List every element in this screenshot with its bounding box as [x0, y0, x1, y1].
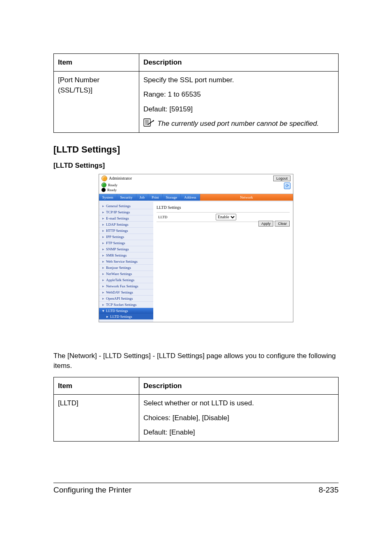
subsection-heading: [LLTD Settings] [53, 162, 339, 170]
tab-bar: System Security Job Print Storage Addres… [99, 194, 293, 201]
settings-sidebar: ▸General Settings ▸TCP/IP Settings ▸E-ma… [99, 202, 153, 322]
lltd-table: Item Description [LLTD] Select whether o… [53, 377, 339, 442]
section-heading: [LLTD Settings] [53, 144, 339, 155]
table2-desc-cell: Select whether or not LLTD is used. Choi… [139, 395, 338, 442]
toner-status-icon [101, 188, 106, 192]
table2-head-desc: Description [139, 377, 338, 395]
tab-storage[interactable]: Storage [163, 194, 181, 201]
sidebar-item-webdav[interactable]: ▸WebDAV Settings [99, 289, 153, 295]
sidebar-subitem-lltd[interactable]: ▸LLTD Settings [99, 314, 153, 319]
table-row: [LLTD] Select whether or not LLTD is use… [54, 395, 339, 442]
table-row: [Port Number (SSL/TLS)] Specify the SSL … [54, 71, 339, 132]
status-ready-1: Ready [108, 183, 118, 187]
footer-left: Configuring the Printer [53, 486, 131, 495]
sidebar-item-general[interactable]: ▸General Settings [99, 203, 153, 209]
body-paragraph: The [Network] - [LLTD Settings] - [LLTD … [53, 351, 339, 371]
table2-item-cell: [LLTD] [54, 395, 139, 442]
sidebar-item-snmp[interactable]: ▸SNMP Settings [99, 246, 153, 252]
table1-note-text: The currently used port number cannot be… [157, 118, 319, 129]
sidebar-item-netware[interactable]: ▸NetWare Settings [99, 271, 153, 277]
sidebar-item-appletalk[interactable]: ▸AppleTalk Settings [99, 277, 153, 283]
sidebar-item-webservice[interactable]: ▸Web Service Settings [99, 258, 153, 264]
admin-avatar-icon [101, 176, 107, 181]
table1-head-desc: Description [139, 54, 338, 72]
sidebar-item-ipp[interactable]: ▸IPP Settings [99, 234, 153, 240]
port-number-table: Item Description [Port Number (SSL/TLS)]… [53, 53, 339, 133]
sidebar-item-http[interactable]: ▸HTTP Settings [99, 227, 153, 234]
tab-address[interactable]: Address [181, 194, 200, 201]
table1-desc-cell: Specify the SSL port number. Range: 1 to… [139, 71, 338, 132]
table1-desc-p3: Default: [59159] [143, 104, 334, 115]
tab-security[interactable]: Security [117, 194, 136, 201]
sidebar-item-tcpsocket[interactable]: ▸TCP Socket Settings [99, 301, 153, 308]
table2-desc-p3: Default: [Enable] [143, 427, 334, 438]
sidebar-item-lltd[interactable]: ▾LLTD Settings [99, 308, 153, 314]
table1-desc-p1: Specify the SSL port number. [143, 75, 334, 86]
table1-desc-p2: Range: 1 to 65535 [143, 89, 334, 100]
lltd-settings-screenshot: Administrator Logout Ready Ready ⟳ Syste… [99, 174, 293, 322]
sidebar-item-bonjour[interactable]: ▸Bonjour Settings [99, 264, 153, 271]
tab-print[interactable]: Print [148, 194, 163, 201]
sidebar-item-ftp[interactable]: ▸FTP Settings [99, 240, 153, 246]
tab-system[interactable]: System [99, 194, 117, 201]
lltd-select[interactable]: Enable [216, 214, 236, 220]
lltd-field-label: LLTD [157, 215, 216, 219]
sidebar-item-tcpip[interactable]: ▸TCP/IP Settings [99, 209, 153, 215]
admin-label: Administrator [109, 176, 132, 180]
sidebar-item-netfax[interactable]: ▸Network Fax Settings [99, 283, 153, 289]
apply-button[interactable]: Apply [258, 221, 274, 227]
sidebar-item-openapi[interactable]: ▸OpenAPI Settings [99, 295, 153, 301]
svg-rect-0 [144, 119, 150, 126]
sidebar-item-smb[interactable]: ▸SMB Settings [99, 252, 153, 258]
note-icon [143, 118, 154, 127]
status-ready-2: Ready [107, 188, 117, 192]
table1-head-item: Item [54, 54, 139, 72]
table2-head-item: Item [54, 377, 139, 395]
table2-desc-p1: Select whether or not LLTD is used. [143, 398, 334, 409]
sidebar-item-email[interactable]: ▸E-mail Settings [99, 215, 153, 221]
content-panel-title: LLTD Settings [157, 205, 290, 210]
table2-desc-p2: Choices: [Enable], [Disable] [143, 413, 334, 423]
sidebar-item-ldap[interactable]: ▸LDAP Settings [99, 221, 153, 227]
footer-right: 8-235 [318, 486, 339, 495]
printer-status-icon [101, 183, 106, 187]
tab-job[interactable]: Job [136, 194, 149, 201]
logout-button[interactable]: Logout [273, 176, 291, 181]
tab-network[interactable]: Network [200, 194, 293, 201]
clear-button[interactable]: Clear [275, 221, 290, 227]
refresh-icon[interactable]: ⟳ [284, 183, 291, 189]
table1-item-cell: [Port Number (SSL/TLS)] [54, 71, 139, 132]
